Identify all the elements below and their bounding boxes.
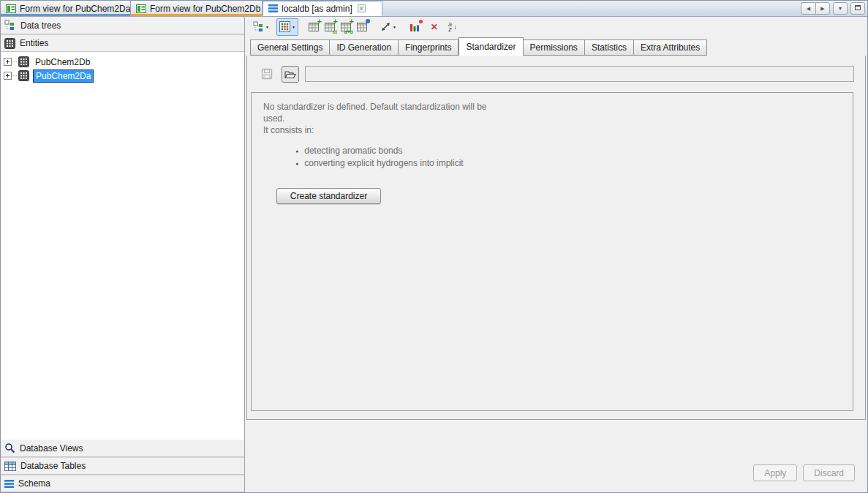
open-folder-button[interactable] (282, 66, 299, 83)
sidebar-section-label: Database Tables (20, 461, 86, 471)
standardizer-config-input[interactable] (305, 66, 854, 82)
standardizer-message-line: It consists in: (263, 124, 853, 136)
sidebar-section-label: Database Views (20, 443, 83, 454)
sidebar-section-label: Entities (20, 38, 48, 48)
sidebar-section-data-trees[interactable]: Data trees (1, 17, 244, 34)
tab-extra-attributes[interactable]: Extra Attributes (634, 39, 707, 56)
tab-permissions[interactable]: Permissions (524, 39, 585, 56)
discard-button[interactable]: Discard (803, 464, 855, 481)
data-tree-icon (4, 20, 16, 31)
open-folder-icon (284, 69, 296, 79)
sort-button[interactable]: az ↓ (445, 18, 460, 36)
doc-tab-label: localdb [as admin] (282, 4, 352, 14)
doc-tab-form-pubchem2db[interactable]: Form view for PubChem2Db ✕ (131, 1, 263, 16)
grid-view-button[interactable]: ▼ (276, 18, 298, 36)
entity-grid-icon (4, 38, 15, 49)
form-icon (136, 4, 146, 13)
close-icon[interactable]: ✕ (358, 4, 366, 12)
sidebar-section-database-tables[interactable]: Database Tables (1, 457, 244, 475)
tab-general-settings[interactable]: General Settings (250, 39, 330, 56)
doc-tab-label: Form view for PubChem2Db (150, 4, 260, 14)
chevron-down-icon: ▼ (265, 25, 269, 29)
tree-row-pubchem2da[interactable]: PubChem2Da (4, 69, 244, 83)
delete-button[interactable]: ✕ (428, 18, 441, 36)
entities-tree: PubChem2Db PubChem2Da (1, 52, 244, 83)
new-data-tree-button[interactable]: ▼ (250, 18, 272, 36)
standardizer-bullet-list: ● detecting aromatic bonds ● converting … (295, 145, 853, 170)
chevron-down-icon: ▼ (292, 25, 295, 29)
bullet-text: converting explicit hydrogens into impli… (304, 157, 463, 170)
doc-tab-form-pubchem2da[interactable]: Form view for PubChem2Da ✕ (1, 1, 131, 16)
tab-standardizer[interactable]: Standardizer (458, 37, 523, 56)
tab-fingerprints[interactable]: Fingerprints (399, 39, 458, 56)
standardizer-message-line: No standardizer is defined. Default stan… (263, 101, 853, 113)
apply-button[interactable]: Apply (753, 464, 797, 481)
tab-list-dropdown-button[interactable]: ▼ (833, 2, 848, 15)
new-structure-entity-button[interactable]: + ct (322, 18, 338, 36)
schema-icon (268, 4, 278, 12)
main-area: ▼ ▼ + + ct + a+b (246, 17, 867, 492)
sidebar-section-label: Schema (18, 478, 50, 489)
tab-accent-stripe (131, 14, 262, 16)
expand-icon[interactable] (4, 58, 12, 66)
table-grid-icon (4, 462, 16, 471)
new-query-entity-button[interactable]: + a+b (338, 18, 354, 36)
delete-icon: ✕ (431, 22, 438, 32)
bullet-text: detecting aromatic bonds (304, 145, 402, 157)
tab-id-generation[interactable]: ID Generation (330, 39, 399, 56)
maximize-icon (855, 5, 861, 10)
arrow-down-icon: ↓ (453, 23, 457, 31)
ct-badge: ct (333, 29, 337, 34)
editor-tab-bar: General Settings ID Generation Fingerpri… (246, 37, 867, 56)
entity-grid-icon (18, 70, 29, 81)
chevron-down-icon: ▼ (393, 25, 396, 29)
schema-bars-icon (4, 480, 14, 488)
create-standardizer-button[interactable]: Create standardizer (276, 188, 381, 204)
tree-row-pubchem2db[interactable]: PubChem2Db (4, 55, 244, 69)
grid-view-icon (279, 21, 290, 32)
sidebar-section-label: Data trees (20, 20, 61, 31)
bullet-icon: ● (295, 145, 298, 157)
list-item: ● converting explicit hydrogens into imp… (295, 157, 853, 170)
tab-accent-stripe (1, 14, 130, 16)
bullet-icon: ● (295, 157, 298, 170)
sidebar-section-database-views[interactable]: Database Views (1, 440, 244, 457)
entity-grid-icon (18, 56, 29, 67)
main-toolbar: ▼ ▼ + + ct + a+b (246, 17, 867, 37)
magnifier-icon (4, 443, 15, 454)
sidebar-section-entities[interactable]: Entities (1, 34, 244, 52)
list-item: ● detecting aromatic bonds (295, 145, 853, 157)
bar-chart-icon (410, 22, 420, 32)
standardizer-config-row (258, 65, 854, 83)
standardizer-panel: No standardizer is defined. Default stan… (251, 92, 853, 411)
tab-statistics[interactable]: Statistics (585, 39, 634, 56)
sidebar-section-schema[interactable]: Schema (1, 475, 244, 492)
doc-tab-localdb[interactable]: localdb [as admin] ✕ (263, 1, 382, 16)
sort-az-icon: az (448, 22, 452, 32)
standardizer-message-line: used. (263, 113, 853, 124)
new-relationship-button[interactable]: ▼ (377, 18, 399, 36)
promote-entity-button[interactable] (354, 18, 370, 36)
tree-item-label-selected[interactable]: PubChem2Da (33, 69, 94, 83)
ab-badge: a+b (344, 29, 353, 34)
editor-footer: Apply Discard (246, 421, 866, 492)
tree-connector (12, 75, 17, 76)
scroll-tabs-right-button[interactable]: ▶ (815, 2, 830, 15)
new-entity-button[interactable]: + (306, 18, 322, 36)
red-dot-icon (419, 20, 423, 23)
entity-statistics-button[interactable] (407, 18, 423, 36)
table-icon (357, 22, 367, 31)
scroll-tabs-left-button[interactable]: ◀ (801, 2, 815, 15)
sidebar-bottom-sections: Database Views Database Tables Schema (1, 440, 244, 492)
doc-tab-label: Form view for PubChem2Da (20, 4, 130, 14)
tree-connector (12, 61, 17, 62)
document-tab-bar: Form view for PubChem2Da ✕ Form view for… (1, 1, 867, 17)
expand-icon[interactable] (4, 72, 12, 80)
form-icon (6, 4, 16, 13)
tree-item-label[interactable]: PubChem2Db (33, 56, 92, 68)
maximize-window-button[interactable] (850, 2, 865, 15)
tab-nav-controls: ◀ ▶ ▼ (801, 1, 867, 16)
save-button[interactable] (258, 66, 276, 83)
sidebar: Data trees Entities PubChem2Db (1, 17, 245, 492)
blue-dot-icon (366, 19, 370, 23)
